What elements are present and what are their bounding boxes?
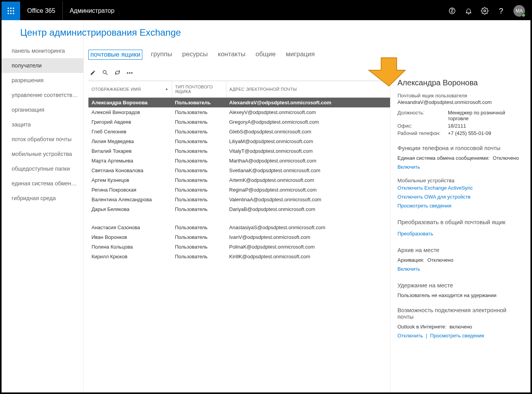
owa-value: включено <box>449 324 472 330</box>
cell-type: Пользователь <box>172 137 226 146</box>
cell-email: IvanV@odpsdptest.onmicrosoft.com <box>226 232 390 242</box>
nav-item[interactable]: управление соответстви... <box>2 88 83 102</box>
table-row[interactable]: Дарья БеляковаПользовательDariyaB@odpsdp… <box>88 204 390 214</box>
um-value: Отключено <box>493 155 519 161</box>
cell-name: Глеб Селезнев <box>88 127 172 137</box>
cell-type: Пользователь <box>172 175 226 185</box>
nav-item[interactable]: получатели <box>2 58 83 73</box>
cell-type: Пользователь <box>172 107 226 117</box>
office-value: 18/2111 <box>448 123 523 129</box>
cell-email: ValentinaA@odpsdptest.onmicrosoft.com <box>226 195 390 204</box>
table-row[interactable]: Иван ВоронковПользовательIvanV@odpsdptes… <box>88 232 390 242</box>
tab[interactable]: контакты <box>216 50 247 60</box>
table-toolbar: ••• <box>88 67 390 81</box>
tab[interactable]: почтовые ящики <box>88 50 142 60</box>
skype-icon[interactable] <box>448 7 456 15</box>
notifications-icon[interactable] <box>465 7 472 15</box>
details-subtitle: Почтовый ящик пользователя <box>397 93 523 98</box>
nav-item[interactable]: организация <box>2 102 83 117</box>
table-row[interactable]: Александра ВороноваПользовательAlexandra… <box>88 98 390 108</box>
nav-item[interactable]: разрешения <box>2 73 83 88</box>
archive-value: Отключено <box>427 257 453 263</box>
office-label: Офис: <box>397 123 448 129</box>
tab[interactable]: ресурсы <box>181 50 209 60</box>
more-icon[interactable]: ••• <box>126 69 133 76</box>
owa-disable-link[interactable]: Отключить <box>397 333 423 339</box>
sort-asc-icon: ▲ <box>165 87 168 91</box>
tab[interactable]: группы <box>149 50 174 60</box>
cell-email: GlebS@odpsdptest.onmicrosoft.com <box>226 127 390 137</box>
role-label: Администратор <box>63 7 121 14</box>
svg-point-10 <box>484 10 486 12</box>
nav-item[interactable]: единая система обмена... <box>2 176 83 191</box>
cell-email: GregoryA@odpsdptest.onmicrosoft.com <box>226 117 390 127</box>
column-header[interactable]: АДРЕС ЭЛЕКТРОННОЙ ПОЧТЫ <box>226 81 390 98</box>
nav-item[interactable]: защита <box>2 117 83 132</box>
connectivity-section-heading: Возможность подключения электронной почт… <box>397 307 523 320</box>
cell-name: Артем Кузнецов <box>88 175 172 185</box>
table-row[interactable]: Валентина АлександроваПользовательValent… <box>88 195 390 204</box>
table-row[interactable]: Марта АртемьеваПользовательMarthaA@odpsd… <box>88 156 390 166</box>
tab[interactable]: миграция <box>284 50 316 60</box>
position-value: Менеджер по розничной торговле <box>448 110 523 121</box>
table-row[interactable]: Полина КольцоваПользовательPolinaK@odpsd… <box>88 242 390 252</box>
owa-label: Outlook в Интернете: <box>397 324 446 330</box>
table-row[interactable]: Алексей ВиноградовПользовательAlexeyV@od… <box>88 107 390 117</box>
svg-rect-4 <box>10 10 11 11</box>
nav-item[interactable]: общедоступные папки <box>2 161 83 176</box>
table-row[interactable]: Григорий АвдеевПользовательGregoryA@odps… <box>88 117 390 127</box>
archive-enable-link[interactable]: Включить <box>397 266 420 272</box>
nav-item[interactable]: гибридная среда <box>2 191 83 206</box>
cell-email: ArtemK@odpsdptest.onmicrosoft.com <box>226 175 390 185</box>
edit-icon[interactable] <box>89 69 96 76</box>
cell-email: VitalyT@odpsdptest.onmicrosoft.com <box>226 146 390 156</box>
table-row[interactable]: Светлана КоноваловаПользовательSvetlanaK… <box>88 166 390 175</box>
help-icon[interactable]: ? <box>497 7 505 15</box>
table-row[interactable]: Регина ПокровскаяПользовательReginaP@odp… <box>88 185 390 195</box>
cell-name: Григорий Авдеев <box>88 117 172 127</box>
table-row[interactable]: Виталий ТокаревПользовательVitalyT@odpsd… <box>88 146 390 156</box>
svg-line-12 <box>106 73 107 75</box>
cell-name: Лилия Медведева <box>88 137 172 146</box>
cell-name: Анастасия Сазонова <box>88 223 172 232</box>
refresh-icon[interactable] <box>114 69 121 76</box>
nav-item[interactable]: поток обработки почты <box>2 132 83 147</box>
app-launcher-button[interactable] <box>2 2 20 20</box>
svg-rect-3 <box>8 10 9 11</box>
cell-name: Виталий Токарев <box>88 146 172 156</box>
disable-eas-link[interactable]: Отключить Exchange ActiveSync <box>397 185 473 191</box>
settings-icon[interactable] <box>481 7 489 15</box>
phone-section-heading: Функции телефона и голосовой почты <box>397 145 523 151</box>
column-header[interactable]: ОТОБРАЖАЕМОЕ ИМЯ▲ <box>88 81 172 98</box>
cell-type: Пользователь <box>172 156 226 166</box>
svg-rect-8 <box>13 13 14 14</box>
column-header[interactable]: ТИП ПОЧТОВОГО ЯЩИКА <box>172 81 226 98</box>
owa-view-link[interactable]: Просмотреть сведения <box>430 333 484 339</box>
archive-label: Архивация: <box>397 257 424 263</box>
cell-email: ReginaP@odpsdptest.onmicrosoft.com <box>226 185 390 195</box>
cell-name: Регина Покровская <box>88 185 172 195</box>
enable-um-link[interactable]: Включить <box>397 164 420 170</box>
svg-rect-5 <box>13 10 14 11</box>
cell-name: Полина Кольцова <box>88 242 172 252</box>
cell-type: Пользователь <box>172 195 226 204</box>
table-row[interactable]: Кирилл КрюковПользовательKirillK@odpsdpt… <box>88 252 390 261</box>
table-row[interactable]: Лилия МедведеваПользовательLiliyaM@odpsd… <box>88 137 390 146</box>
nav-item[interactable]: панель мониторинга <box>2 43 83 58</box>
table-row[interactable]: Артем КузнецовПользовательArtemK@odpsdpt… <box>88 175 390 185</box>
cell-name: Светлана Коновалова <box>88 166 172 175</box>
cell-name: Кирилл Крюков <box>88 252 172 261</box>
table-row[interactable]: Глеб СелезневПользовательGlebS@odpsdptes… <box>88 127 390 137</box>
view-details-link[interactable]: Просмотреть сведения <box>397 203 451 209</box>
annotation-arrow-icon <box>368 56 410 88</box>
nav-item[interactable]: мобильные устройства <box>2 147 83 161</box>
details-email: AlexandraV@odpsdptest.onmicrosoft.com <box>397 99 523 105</box>
search-icon[interactable] <box>102 69 109 76</box>
table-row[interactable]: Анастасия СазоноваПользовательAnastasiya… <box>88 223 390 232</box>
avatar[interactable]: MA <box>513 5 525 17</box>
convert-link[interactable]: Преобразовать <box>397 231 433 237</box>
cell-type: Пользователь <box>172 117 226 127</box>
disable-owa-link[interactable]: Отключить OWA для устройств <box>397 194 471 200</box>
tab[interactable]: общие <box>254 50 277 60</box>
cell-email: AnastasiyaS@odpsdptest.onmicrosoft.com <box>226 223 390 232</box>
